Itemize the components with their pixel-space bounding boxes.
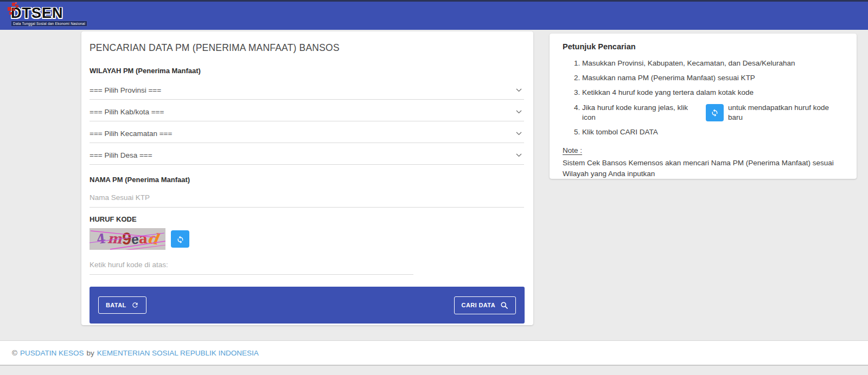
footer-by-text: by — [86, 349, 94, 357]
petunjuk-card: Petunjuk Pencarian Masukkan Provinsi, Ka… — [550, 34, 857, 179]
kecamatan-select-value: === Pilih Kecamatan === — [90, 130, 172, 138]
kabkota-select[interactable]: === Pilih Kab/kota === — [90, 100, 524, 121]
copyright-symbol: © — [12, 349, 17, 357]
logo-tagline: Data Tunggal Sosial dan Ekonomi Nasional — [11, 21, 87, 27]
desa-select[interactable]: === Pilih Desa === — [90, 143, 524, 165]
petunjuk-item-4-pre: Jika huruf kode kurang jelas, klik icon — [582, 103, 701, 122]
captcha-noise-lines — [90, 228, 165, 250]
provinsi-select[interactable]: === Pilih Provinsi === — [90, 78, 524, 100]
captcha-row: 4m9ead — [90, 228, 524, 250]
captcha-code-input[interactable]: Ketik huruf kode di atas: — [90, 254, 413, 275]
wilayah-label: WILAYAH PM (Penerima Manfaat) — [90, 67, 524, 75]
huruf-kode-label: HURUF KODE — [90, 215, 524, 223]
provinsi-select-value: === Pilih Provinsi === — [90, 86, 161, 94]
page-title: PENCARIAN DATA PM (PENERIMA MANFAAT) BAN… — [90, 42, 524, 54]
pusdatin-kesos-link[interactable]: PUSDATIN KESOS — [20, 349, 84, 357]
chevron-down-icon — [516, 132, 522, 135]
petunjuk-item-4-post: untuk mendapatkan huruf kode baru — [728, 103, 844, 122]
captcha-code-placeholder: Ketik huruf kode di atas: — [90, 261, 168, 269]
cari-data-button-label: CARI DATA — [462, 302, 495, 308]
captcha-image: 4m9ead — [90, 228, 165, 250]
redo-icon — [131, 301, 139, 309]
red-pixels-icon — [7, 2, 25, 18]
sync-icon — [710, 108, 719, 117]
sync-icon — [176, 235, 185, 244]
chevron-down-icon — [516, 153, 522, 157]
batal-button-label: BATAL — [106, 302, 126, 308]
petunjuk-list: Masukkan Provinsi, Kabupaten, Kecamatan,… — [582, 59, 844, 137]
footer: © PUSDATIN KESOS by KEMENTERIAN SOSIAL R… — [0, 340, 868, 366]
logo[interactable]: DTSEN Data Tunggal Sosial dan Ekonomi Na… — [8, 6, 87, 27]
captcha-refresh-example-icon — [706, 104, 724, 121]
petunjuk-item-2: Masukkan nama PM (Penerima Manfaat) sesu… — [582, 73, 844, 83]
search-form-card: PENCARIAN DATA PM (PENERIMA MANFAAT) BAN… — [81, 31, 533, 325]
petunjuk-title: Petunjuk Pencarian — [563, 42, 844, 51]
kabkota-select-value: === Pilih Kab/kota === — [90, 108, 164, 116]
kemensos-link[interactable]: KEMENTERIAN SOSIAL REPUBLIK INDONESIA — [97, 349, 259, 357]
chevron-down-icon — [516, 88, 522, 92]
nama-pm-input[interactable]: Nama Sesuai KTP — [90, 187, 524, 208]
nama-pm-label: NAMA PM (Penerima Manfaat) — [90, 176, 524, 184]
search-icon — [500, 301, 508, 309]
batal-button[interactable]: BATAL — [98, 296, 146, 314]
petunjuk-item-3: Ketikkan 4 huruf kode yang tertera dalam… — [582, 88, 844, 98]
chevron-down-icon — [516, 110, 522, 114]
petunjuk-item-4: Jika huruf kode kurang jelas, klik icon … — [582, 103, 844, 122]
petunjuk-item-5: Klik tombol CARI DATA — [582, 127, 844, 137]
note-text: Sistem Cek Bansos Kemensos akan mencari … — [563, 158, 844, 179]
nama-pm-placeholder: Nama Sesuai KTP — [90, 193, 150, 202]
cari-data-button[interactable]: CARI DATA — [454, 296, 516, 314]
kecamatan-select[interactable]: === Pilih Kecamatan === — [90, 121, 524, 143]
desa-select-value: === Pilih Desa === — [90, 151, 152, 159]
petunjuk-item-1: Masukkan Provinsi, Kabupaten, Kecamatan,… — [582, 59, 844, 68]
header: DTSEN Data Tunggal Sosial dan Ekonomi Na… — [0, 2, 868, 30]
captcha-refresh-button[interactable] — [171, 230, 189, 248]
note-label: Note : — [563, 146, 844, 154]
action-bar: BATAL CARI DATA — [90, 287, 525, 324]
